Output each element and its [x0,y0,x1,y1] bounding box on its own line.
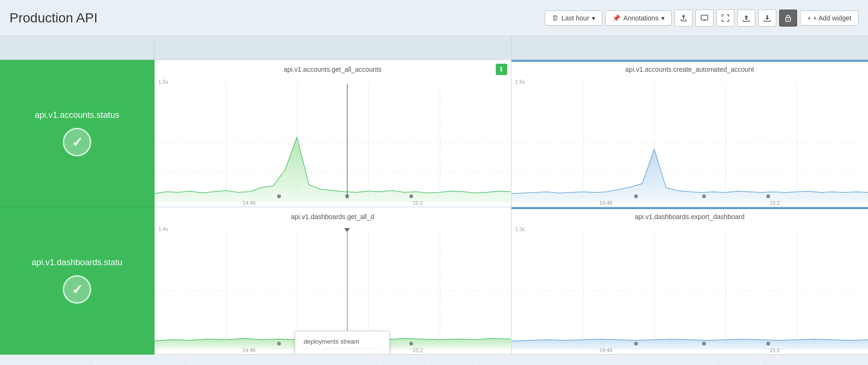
lock-icon [784,14,792,22]
grid-line [297,231,298,345]
deploy-dot-10 [634,342,638,346]
ruler-col3 [511,36,868,60]
x-label-4a: 14:46 [599,347,613,353]
expand-icon [722,14,729,22]
chart-svg-1 [154,84,511,202]
chart-panel-create-account[interactable]: api.v1.accounts.create_automated_account… [511,60,868,207]
chart-info-button-1[interactable]: ℹ [496,64,507,75]
grid-line [440,84,440,197]
header: Production API 🗓 Last hour ▾ 📌 Annotatio… [0,0,868,36]
grid-line [725,231,726,345]
chart-xaxis-1: 14:46 15:2 [154,200,511,206]
grid-line [226,231,226,345]
grid-line [297,84,298,197]
deploy-dot-9 [409,342,413,346]
x-label-2a: 14:46 [599,200,613,206]
x-label-1a: 14:46 [242,200,256,206]
tooltip-name: dalmatiner-frontend [311,353,376,355]
svg-point-2 [788,19,789,19]
grid-line [725,84,726,197]
grid-line [583,231,583,345]
chart-y-label-2: 1.5s [515,79,525,85]
present-button[interactable] [695,10,714,27]
chart-svg-4 [511,231,868,350]
deploy-dot-6 [766,194,770,198]
svg-rect-0 [701,15,708,20]
add-widget-label: + Add widget [813,14,851,22]
tooltip-item: dalmatiner-frontend at 15:01:25 14 Jul 2… [304,353,381,355]
page-title: Production API [10,10,97,26]
deployment-tooltip: deployments stream dalmatiner-frontend a… [295,331,390,355]
deploy-dot-5 [702,194,706,198]
x-label-1b: 15:2 [413,200,423,206]
deploy-dot-12 [766,342,770,346]
add-widget-button[interactable]: + + Add widget [800,10,858,26]
chevron-down-icon-2: ▾ [661,14,665,22]
status-label-accounts: api.v1.accounts.status [25,110,129,120]
chart-title-1: api.v1.accounts.get_all_accounts [154,66,511,73]
download-icon [763,14,771,22]
annotations-label: Annotations [623,14,658,22]
calendar-icon: 🗓 [552,14,559,22]
grid-line [797,84,797,197]
deploy-dot-11 [702,342,706,346]
chart-title-3: api.v1.dashboards.get_all_d [154,213,511,221]
chart-title-4: api.v1.dashboards.export_dashboard [511,213,868,221]
grid-line [368,231,369,345]
grid-line [654,231,655,345]
time-range-button[interactable]: 🗓 Last hour ▾ [545,10,602,26]
check-circle-accounts: ✓ [63,128,91,156]
chart-panel-export-dashboard[interactable]: api.v1.dashboards.export_dashboard 1.3s [511,207,868,355]
share-button[interactable] [675,10,693,27]
status-label-dashboards: api.v1.dashboards.statu [22,258,132,268]
checkmark-icon-2: ✓ [72,282,83,298]
grid-area: api.v1.accounts.status ✓ api.v1.accounts… [0,36,868,365]
tooltip-content: dalmatiner-frontend at 15:01:25 14 Jul 2… [311,353,376,355]
upload-icon [743,14,750,22]
chart-xaxis-4: 14:46 15:2 [511,347,868,353]
pin-icon: 📌 [612,14,620,22]
toolbar: 🗓 Last hour ▾ 📌 Annotations ▾ [545,10,858,27]
tooltip-title: deployments stream [304,338,381,349]
x-label-2b: 15:2 [770,200,780,206]
chart-title-2: api.v1.accounts.create_automated_account [511,66,868,73]
chevron-down-icon: ▾ [592,14,595,22]
expand-button[interactable] [716,10,734,27]
plus-icon: + [807,14,811,22]
time-range-label: Last hour [561,14,589,22]
deploy-dot-4 [634,194,638,198]
status-tile-dashboards[interactable]: api.v1.dashboards.statu ✓ [0,207,154,355]
x-label-4b: 15:2 [770,347,780,353]
ruler-col2 [154,36,511,60]
checkmark-icon: ✓ [72,134,83,150]
blue-top-bar-2 [511,207,868,209]
grid-line [797,231,797,345]
chart-panel-get-all-accounts[interactable]: api.v1.accounts.get_all_accounts ℹ 1.5s [154,60,511,207]
chart-panel-get-all-dashboards[interactable]: api.v1.dashboards.get_all_d 1.4s [154,207,511,355]
grid-line [583,84,583,197]
deploy-dot-3 [409,194,413,198]
annotations-button[interactable]: 📌 Annotations ▾ [605,10,672,26]
chart-y-label-1: 1.5s [158,79,168,85]
ruler-col1 [0,36,154,60]
grid-line [440,231,440,345]
x-label-3a: 14:46 [242,347,256,353]
upload-button[interactable] [737,10,755,27]
status-tile-accounts[interactable]: api.v1.accounts.status ✓ [0,60,154,207]
chart-y-label-3: 1.4s [158,226,168,232]
chart-y-label-4: 1.3s [515,226,525,232]
blue-top-bar-1 [511,60,868,62]
grid-line [368,84,369,197]
present-icon [701,14,708,22]
check-circle-dashboards: ✓ [63,275,91,304]
lock-button[interactable] [779,10,797,27]
download-button[interactable] [758,10,776,27]
x-label-3b: 15:2 [413,347,423,353]
dashboard-grid: api.v1.accounts.status ✓ api.v1.accounts… [0,36,868,365]
chart-svg-2 [511,84,868,202]
deploy-dot-1 [277,194,281,198]
share-icon [680,14,687,22]
deploy-dot-7 [277,342,281,346]
cursor-line-1 [347,84,347,197]
grid-line [654,84,655,197]
